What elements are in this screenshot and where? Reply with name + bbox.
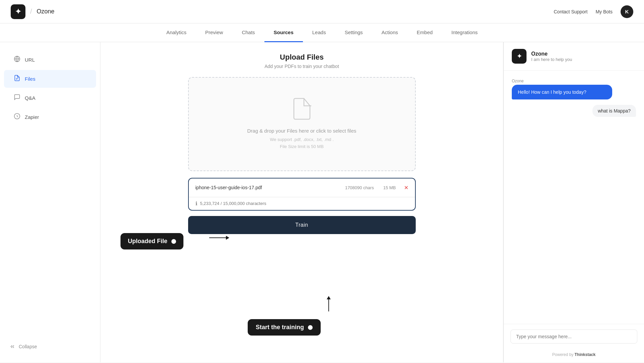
tooltip-uploaded-file: Uploaded File [120,233,183,249]
svg-rect-2 [16,78,18,79]
logo-icon: ✦ [15,7,21,16]
tooltip-training-label: Start the training [256,324,304,331]
sidebar-label-files: Files [25,76,35,82]
bot-message-block: Ozone Hello! How can I help you today? [512,79,636,99]
sidebar-label-qa: Q&A [25,95,35,101]
chat-input-area [504,324,644,349]
train-button[interactable]: Train [188,216,416,234]
sidebar-item-zapier[interactable]: Zapier [4,108,96,126]
sidebar-bottom: Collapse [0,339,100,354]
file-stats: ℹ 5,233,724 / 15,000,000 characters [189,197,415,210]
header: ✦ / Ozone Contact Support My Bots K [0,0,644,23]
bot-bubble: Hello! How can I help you today? [512,85,612,99]
tooltip-dot-uploaded [171,239,176,244]
sidebar-item-qa[interactable]: Q&A [4,89,96,107]
tab-analytics[interactable]: Analytics [157,23,196,42]
main-layout: URL Files Q&A [0,42,644,362]
file-chars: 1708090 chars [345,185,374,190]
sidebar-item-files[interactable]: Files [4,70,96,88]
file-name: iphone-15-user-guide-ios-17.pdf [195,185,341,190]
chat-header: ✦ Ozone I am here to help you [504,42,644,71]
collapse-label: Collapse [19,344,37,349]
chat-sender-label: Ozone [512,79,636,83]
logo-box: ✦ [11,4,25,19]
stats-text: 5,233,724 / 15,000,000 characters [200,201,266,206]
upload-title: Upload Files [188,53,416,62]
brand-name: Thinkstack [575,352,596,357]
file-size: 15 MB [383,185,396,190]
chat-footer: Powered by Thinkstack [504,349,644,362]
arrow-line-v [328,299,329,311]
tooltip-training-arrow [327,296,331,311]
app-title: Ozone [37,8,55,15]
chat-bot-status: I am here to help you [531,57,572,62]
tab-integrations[interactable]: Integrations [442,23,487,42]
tab-sources[interactable]: Sources [264,23,303,42]
file-list-container: iphone-15-user-guide-ios-17.pdf 1708090 … [188,178,416,211]
tooltip-dot-training [308,325,313,330]
svg-rect-3 [16,79,17,79]
arrow-line-h [209,237,226,238]
zapier-icon [13,113,21,121]
content-area: Upload Files Add your PDFs to train your… [100,42,503,362]
sidebar-item-url[interactable]: URL [4,51,96,69]
chat-panel: ✦ Ozone I am here to help you Ozone Hell… [503,42,644,362]
sidebar-label-zapier: Zapier [25,114,39,120]
chat-bot-name: Ozone [531,51,572,57]
arrow-head-up [327,296,331,299]
file-drop-icon [293,98,311,121]
tab-leads[interactable]: Leads [303,23,335,42]
powered-by-text: Powered by [552,352,575,357]
tooltip-start-training: Start the training [248,319,321,336]
header-left: ✦ / Ozone [11,4,55,19]
sidebar-label-url: URL [25,57,35,63]
my-bots-link[interactable]: My Bots [595,9,613,14]
header-slash: / [30,8,32,15]
drop-zone[interactable]: Drag & drop your Files here or click to … [188,77,416,171]
sidebar: URL Files Q&A [0,42,100,362]
arrow-head-right [226,236,229,240]
upload-subtitle: Add your PDFs to train your chatbot [188,64,416,69]
tab-embed[interactable]: Embed [407,23,442,42]
url-icon [13,56,21,64]
tab-settings[interactable]: Settings [335,23,372,42]
file-row: iphone-15-user-guide-ios-17.pdf 1708090 … [189,178,415,197]
chat-input[interactable] [510,330,637,344]
tooltip-uploaded-arrow [209,236,229,240]
drop-support: We support .pdf, .docx, .txt, .md . File… [270,136,334,150]
nav: Analytics Preview Chats Sources Leads Se… [0,23,644,42]
tab-preview[interactable]: Preview [196,23,232,42]
user-message: what is Mappa? [592,105,636,117]
files-icon [13,75,21,83]
header-right: Contact Support My Bots K [554,5,633,18]
chat-bot-info: Ozone I am here to help you [531,51,572,62]
tooltip-uploaded-label: Uploaded File [128,238,167,245]
collapse-button[interactable]: Collapse [9,344,91,350]
qa-icon [13,94,21,102]
drop-text: Drag & drop your Files here or click to … [247,128,356,134]
contact-support-link[interactable]: Contact Support [554,9,587,14]
file-delete-button[interactable]: ✕ [404,185,408,191]
tab-actions[interactable]: Actions [372,23,407,42]
info-icon: ℹ [195,201,197,207]
chat-messages: Ozone Hello! How can I help you today? w… [504,71,644,324]
avatar[interactable]: K [621,5,633,18]
upload-section: Upload Files Add your PDFs to train your… [188,53,416,234]
chat-bot-icon: ✦ [512,49,527,64]
tab-chats[interactable]: Chats [232,23,264,42]
